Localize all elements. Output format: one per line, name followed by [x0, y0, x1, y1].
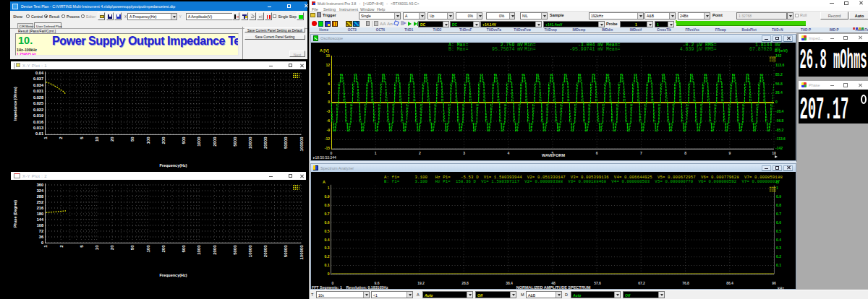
svg-text:20: 20 — [110, 245, 114, 250]
svg-text:200: 200 — [161, 245, 166, 253]
svg-text:50000: 50000 — [284, 245, 288, 257]
svg-text:20: 20 — [110, 136, 114, 142]
svg-text:5: 5 — [80, 136, 84, 139]
svg-text:5000: 5000 — [233, 245, 237, 255]
svg-text:1000: 1000 — [197, 136, 201, 147]
svg-text:100: 100 — [146, 136, 150, 144]
svg-text:10: 10 — [95, 245, 99, 250]
svg-text:200: 200 — [161, 136, 166, 144]
svg-text:10: 10 — [95, 136, 99, 142]
svg-text:20000: 20000 — [263, 136, 268, 149]
svg-text:2: 2 — [59, 136, 64, 139]
svg-text:100000: 100000 — [299, 245, 304, 260]
svg-text:2000: 2000 — [213, 136, 217, 147]
svg-text:50: 50 — [130, 245, 135, 250]
svg-text:50000: 50000 — [284, 136, 288, 149]
svg-text:5000: 5000 — [233, 136, 237, 147]
svg-text:500: 500 — [182, 136, 186, 144]
svg-text:1: 1 — [43, 136, 48, 139]
svg-text:5: 5 — [80, 245, 84, 248]
svg-text:50: 50 — [130, 136, 135, 142]
svg-text:1000: 1000 — [197, 245, 201, 255]
svg-text:2: 2 — [59, 245, 64, 248]
svg-text:10000: 10000 — [248, 136, 252, 149]
svg-text:2000: 2000 — [213, 245, 217, 255]
svg-text:100: 100 — [146, 245, 150, 253]
svg-text:10000: 10000 — [248, 245, 252, 257]
svg-text:1: 1 — [43, 245, 48, 248]
svg-text:100000: 100000 — [299, 136, 304, 152]
svg-text:20000: 20000 — [263, 245, 268, 257]
svg-text:500: 500 — [182, 245, 186, 253]
